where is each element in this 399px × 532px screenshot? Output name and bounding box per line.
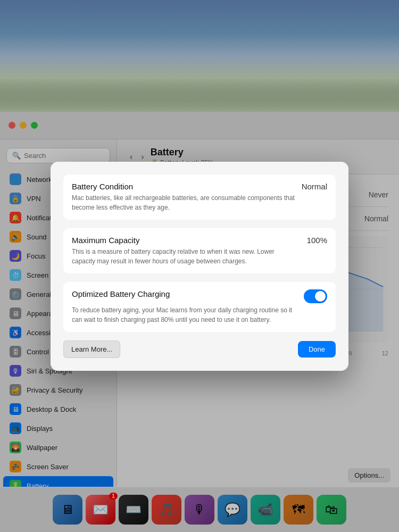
maximum-capacity-value: 100% xyxy=(307,236,327,245)
modal-footer: Learn More... Done xyxy=(63,340,336,358)
battery-condition-section: Battery Condition Normal Mac batteries, … xyxy=(63,174,336,220)
battery-condition-row: Battery Condition Normal Mac batteries, … xyxy=(63,174,336,220)
optimized-charging-header: Optimized Battery Charging xyxy=(72,289,327,303)
optimized-charging-section: Optimized Battery Charging To reduce bat… xyxy=(63,282,336,332)
done-button[interactable]: Done xyxy=(298,341,336,358)
learn-more-button[interactable]: Learn More... xyxy=(63,340,120,358)
battery-condition-title: Battery Condition xyxy=(72,182,133,191)
maximum-capacity-row: Maximum Capacity 100% This is a measure … xyxy=(63,228,336,273)
optimized-charging-title: Optimized Battery Charging xyxy=(72,289,170,298)
maximum-capacity-header: Maximum Capacity 100% xyxy=(72,236,327,245)
battery-condition-value: Normal xyxy=(302,182,327,191)
optimized-charging-toggle[interactable] xyxy=(304,289,327,303)
modal-overlay: Battery Condition Normal Mac batteries, … xyxy=(0,0,399,532)
maximum-capacity-title: Maximum Capacity xyxy=(72,236,140,245)
optimized-charging-desc: To reduce battery aging, your Mac learns… xyxy=(72,305,295,325)
battery-condition-desc: Mac batteries, like all rechargeable bat… xyxy=(72,193,295,212)
maximum-capacity-desc: This is a measure of battery capacity re… xyxy=(72,247,295,266)
maximum-capacity-section: Maximum Capacity 100% This is a measure … xyxy=(63,228,336,273)
battery-health-modal: Battery Condition Normal Mac batteries, … xyxy=(51,162,348,371)
battery-condition-header: Battery Condition Normal xyxy=(72,182,327,191)
optimized-charging-row: Optimized Battery Charging To reduce bat… xyxy=(63,282,336,332)
